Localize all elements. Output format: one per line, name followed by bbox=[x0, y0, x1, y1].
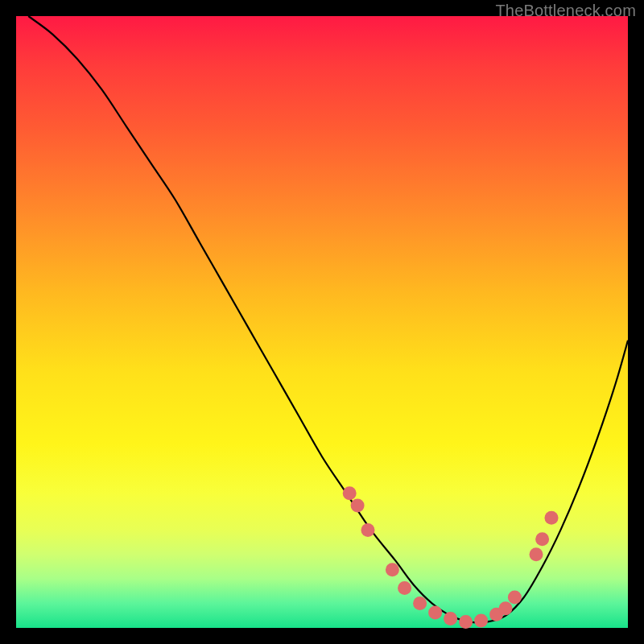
marker-group bbox=[343, 486, 559, 629]
data-marker bbox=[343, 486, 357, 500]
data-marker bbox=[386, 563, 399, 576]
data-marker bbox=[499, 601, 513, 615]
data-marker bbox=[459, 615, 473, 629]
data-marker bbox=[508, 591, 522, 605]
data-marker bbox=[413, 597, 427, 610]
data-marker bbox=[428, 606, 442, 620]
chart-frame: TheBottleneck.com bbox=[0, 0, 644, 644]
data-marker bbox=[361, 523, 375, 537]
data-marker bbox=[351, 499, 365, 513]
data-marker bbox=[530, 547, 543, 561]
plot-area bbox=[16, 16, 628, 628]
data-marker bbox=[444, 612, 457, 625]
data-marker bbox=[535, 532, 549, 546]
bottleneck-curve bbox=[28, 16, 628, 622]
data-marker bbox=[474, 613, 488, 627]
chart-svg bbox=[16, 16, 628, 628]
data-marker bbox=[398, 581, 411, 595]
data-marker bbox=[545, 511, 559, 525]
watermark-text: TheBottleneck.com bbox=[495, 2, 636, 20]
